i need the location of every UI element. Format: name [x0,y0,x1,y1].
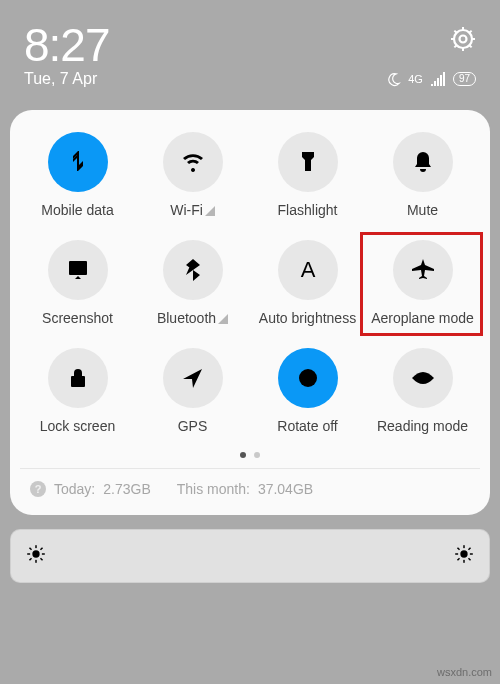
status-date: Tue, 7 Apr [24,70,97,88]
mobiledata-icon [48,132,108,192]
page-indicator[interactable] [20,452,480,458]
tile-label: Bluetooth [157,310,228,326]
tile-reading-mode[interactable]: Reading mode [365,348,480,434]
usage-today-label: Today: [54,481,95,497]
tile-label: Reading mode [377,418,468,434]
airplane-icon [393,240,453,300]
bluetooth-icon [163,240,223,300]
tile-screenshot[interactable]: Screenshot [20,240,135,326]
data-usage-row[interactable]: ? Today: 2.73GB This month: 37.04GB [20,468,480,499]
brightness-slider[interactable] [10,529,490,583]
tile-label: Flashlight [278,202,338,218]
tile-label: Lock screen [40,418,115,434]
eye-icon [393,348,453,408]
tile-label: Mobile data [41,202,113,218]
usage-month-label: This month: [177,481,250,497]
tile-rotate-off[interactable]: Rotate off [250,348,365,434]
svg-rect-26 [462,47,464,51]
tile-label: Rotate off [277,418,337,434]
nav-icon [163,348,223,408]
quick-settings-panel: Mobile dataWi-FiFlashlightMuteScreenshot… [10,110,490,515]
brightness-low-icon [25,543,47,569]
tile-label: Wi-Fi [170,202,215,218]
tile-label: GPS [178,418,208,434]
tile-auto-brightness[interactable]: Auto brightness [250,240,365,326]
network-type: 4G [408,73,423,85]
tile-mute[interactable]: Mute [365,132,480,218]
tile-flashlight[interactable]: Flashlight [250,132,365,218]
lock-icon [48,348,108,408]
clock-time: 8:27 [24,18,110,72]
tile-label: Aeroplane mode [371,310,474,326]
tile-aeroplane-mode[interactable]: Aeroplane mode [365,240,480,326]
svg-rect-27 [451,38,455,40]
screenshot-icon [48,240,108,300]
usage-today-value: 2.73GB [103,481,150,497]
tile-wi-fi[interactable]: Wi-Fi [135,132,250,218]
rotate-icon [278,348,338,408]
brightness-high-icon [453,543,475,569]
signal-icon [429,70,447,88]
wifi-icon [163,132,223,192]
svg-rect-25 [462,27,464,31]
tile-gps[interactable]: GPS [135,348,250,434]
battery-level: 97 [453,72,476,86]
flashlight-icon [278,132,338,192]
svg-point-24 [460,36,467,43]
usage-month-value: 37.04GB [258,481,313,497]
info-icon: ? [30,481,46,497]
tile-label: Screenshot [42,310,113,326]
letterA-icon [278,240,338,300]
page-dot-1 [240,452,246,458]
gear-icon [450,26,476,52]
expand-triangle-icon [205,206,215,216]
status-bar: 8:27 Tue, 7 Apr 4G 97 [0,0,500,96]
tile-mobile-data[interactable]: Mobile data [20,132,135,218]
tile-label: Mute [407,202,438,218]
page-dot-2 [254,452,260,458]
tile-lock-screen[interactable]: Lock screen [20,348,135,434]
expand-triangle-icon [218,314,228,324]
tile-label: Auto brightness [259,310,356,326]
watermark: wsxdn.com [437,666,492,678]
svg-rect-28 [471,38,475,40]
quick-settings-grid: Mobile dataWi-FiFlashlightMuteScreenshot… [20,132,480,434]
settings-button[interactable] [450,26,476,56]
bell-icon [393,132,453,192]
status-indicators: 4G 97 [386,70,476,88]
dnd-moon-icon [386,71,402,87]
tile-bluetooth[interactable]: Bluetooth [135,240,250,326]
